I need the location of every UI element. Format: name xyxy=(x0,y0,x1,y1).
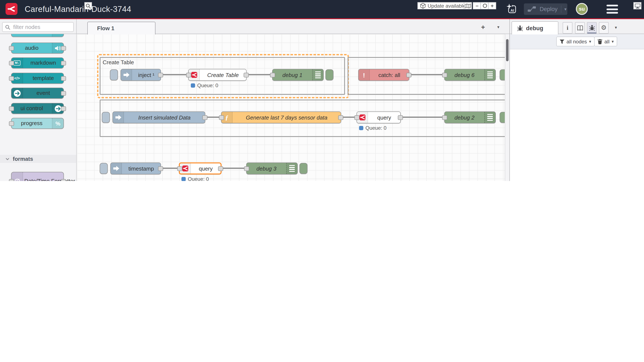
input-port[interactable] xyxy=(177,166,182,171)
palette-node-event[interactable]: event xyxy=(11,88,64,99)
user-avatar[interactable]: su xyxy=(576,3,588,15)
output-port[interactable] xyxy=(218,166,223,171)
node-query-2[interactable]: query xyxy=(356,111,401,123)
node-insert-simulated-data[interactable]: Insert simulated Data xyxy=(112,111,205,123)
wire[interactable] xyxy=(161,168,179,169)
output-port[interactable] xyxy=(338,115,343,120)
deploy-label: Deploy xyxy=(540,6,558,12)
wire[interactable] xyxy=(409,74,444,75)
debug-list-icon xyxy=(484,69,495,80)
debug-toggle-button[interactable] xyxy=(500,69,505,80)
input-port[interactable] xyxy=(9,61,14,65)
trash-icon xyxy=(598,39,602,44)
palette-node-ui-control[interactable]: ui control xyxy=(11,103,64,114)
minimap-toggle-button[interactable] xyxy=(464,2,472,9)
deploy-button[interactable]: Deploy ▾ xyxy=(524,3,567,15)
zoom-out-button[interactable]: − xyxy=(473,2,481,9)
palette-node-notification[interactable]: notification xyxy=(11,34,64,37)
debug-list-icon xyxy=(484,112,495,123)
output-port[interactable] xyxy=(158,73,163,77)
output-port[interactable] xyxy=(406,73,412,77)
node-debug-2[interactable]: debug 2 xyxy=(444,111,496,123)
tab-flow-1[interactable]: Flow 1 xyxy=(87,22,156,34)
tab-help[interactable] xyxy=(575,22,585,34)
wire[interactable] xyxy=(161,74,188,75)
node-catch-all[interactable]: ! catch: all xyxy=(358,69,409,81)
input-port[interactable] xyxy=(354,115,360,120)
output-port[interactable] xyxy=(61,91,66,96)
canvas-vertical-scrollbar[interactable] xyxy=(506,39,508,61)
input-port[interactable] xyxy=(442,73,447,77)
input-port[interactable] xyxy=(9,121,14,126)
input-port[interactable] xyxy=(9,46,14,51)
update-available-button[interactable]: Update available xyxy=(418,2,469,9)
palette-node-template[interactable]: </> template xyxy=(11,73,64,84)
wire[interactable] xyxy=(222,168,246,169)
open-debug-window-button[interactable] xyxy=(633,2,642,9)
zoom-reset-button[interactable] xyxy=(480,2,488,9)
input-port[interactable] xyxy=(219,115,224,120)
input-port[interactable] xyxy=(244,166,249,171)
output-port[interactable] xyxy=(202,115,208,120)
wire[interactable] xyxy=(401,117,444,118)
palette-node-progress[interactable]: % progress xyxy=(11,118,64,129)
debug-sidebar: all nodes ▾ all ▾ xyxy=(510,34,644,181)
debug-list-icon xyxy=(286,163,297,174)
inject-trigger-button[interactable] xyxy=(100,163,108,174)
debug-filter-bar: all nodes ▾ all ▾ xyxy=(510,34,644,49)
ai-assistant-button[interactable]: AI xyxy=(506,3,518,14)
node-debug-3[interactable]: debug 3 xyxy=(246,163,298,175)
wire[interactable] xyxy=(246,74,272,75)
node-query-3-selected[interactable]: query xyxy=(179,163,222,175)
node-create-table-query[interactable]: Create Table xyxy=(188,69,246,81)
flowfuse-logo-icon[interactable] xyxy=(6,3,18,15)
deploy-dropdown-caret-icon[interactable]: ▾ xyxy=(564,7,566,11)
output-port[interactable] xyxy=(158,166,163,171)
output-port[interactable] xyxy=(61,61,66,65)
input-port[interactable] xyxy=(270,73,275,77)
debug-filter-button[interactable]: all nodes ▾ xyxy=(556,37,594,46)
input-port[interactable] xyxy=(186,73,191,77)
input-port[interactable] xyxy=(9,76,14,81)
tab-config[interactable]: ⚙ xyxy=(599,22,609,34)
output-port[interactable] xyxy=(398,115,403,120)
deploy-divider xyxy=(561,5,561,13)
sidebar-tab-debug-label[interactable]: debug xyxy=(512,21,558,34)
debug-toggle-button[interactable] xyxy=(500,112,505,123)
debug-clear-button[interactable]: all ▾ xyxy=(594,37,617,46)
canvas-search-button[interactable] xyxy=(84,2,92,9)
flow-canvas[interactable]: Create Table inject ¹ Create Table Queue… xyxy=(77,34,505,181)
flow-list-caret-icon[interactable]: ▾ xyxy=(494,23,502,31)
output-port[interactable] xyxy=(61,179,66,181)
input-port[interactable] xyxy=(442,115,447,120)
node-debug-6[interactable]: debug 6 xyxy=(444,69,496,81)
main-menu-button[interactable] xyxy=(606,5,618,14)
output-port[interactable] xyxy=(61,76,66,81)
output-port[interactable] xyxy=(61,46,66,51)
debug-toggle-button[interactable] xyxy=(326,69,334,80)
sidebar-menu-caret-icon[interactable]: ▾ xyxy=(612,24,620,31)
input-port[interactable] xyxy=(9,106,14,111)
zoom-in-button[interactable]: + xyxy=(488,2,496,9)
input-port[interactable] xyxy=(9,179,14,181)
tab-info[interactable]: i xyxy=(563,22,572,34)
node-timestamp[interactable]: timestamp xyxy=(110,163,161,175)
add-flow-button[interactable]: + xyxy=(479,23,487,31)
search-input[interactable] xyxy=(12,23,71,31)
inject-trigger-button[interactable] xyxy=(110,69,118,80)
inject-trigger-button[interactable] xyxy=(102,112,110,123)
node-inject-1[interactable]: inject ¹ xyxy=(120,69,161,81)
output-port[interactable] xyxy=(61,106,66,111)
debug-toggle-button[interactable] xyxy=(300,163,308,174)
wire[interactable] xyxy=(205,117,221,118)
node-generate-sensor-data[interactable]: ƒ Generate last 7 days sensor data xyxy=(221,111,341,123)
output-port[interactable] xyxy=(244,73,249,77)
palette-node-datetime-formatter[interactable]: Date/Time Formatter xyxy=(11,172,64,181)
node-debug-1[interactable]: debug 1 xyxy=(272,69,324,81)
info-icon: i xyxy=(567,24,568,31)
palette-search[interactable] xyxy=(2,22,74,32)
palette-section-formats[interactable]: formats xyxy=(0,155,76,163)
tab-debug[interactable] xyxy=(587,22,597,34)
palette-node-audio[interactable]: audio xyxy=(11,42,64,54)
palette-node-markdown[interactable]: M↓ markdown xyxy=(11,57,64,68)
